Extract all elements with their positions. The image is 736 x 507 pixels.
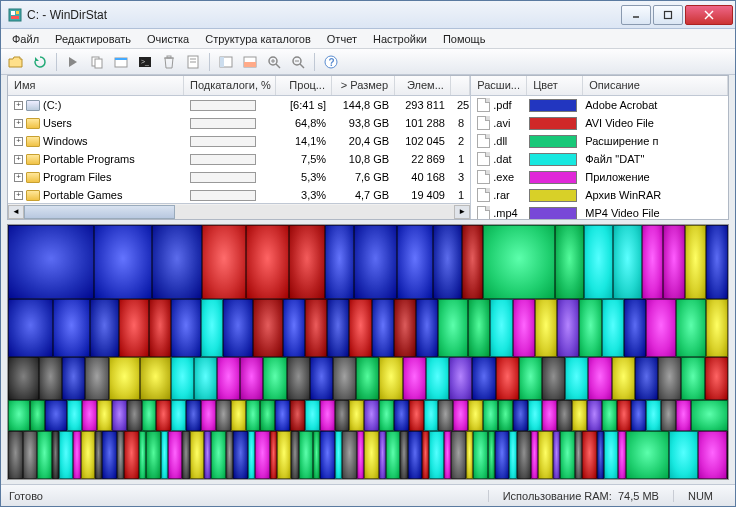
treemap-cell[interactable] [555,225,584,299]
treemap-cell[interactable] [642,225,664,299]
treemap-cell[interactable] [223,299,253,357]
treemap-cell[interactable] [658,357,681,399]
treemap-cell[interactable] [582,431,597,479]
treemap-cell[interactable] [59,431,74,479]
treemap-cell[interactable] [397,225,433,299]
treemap-cell[interactable] [676,400,691,432]
treemap-cell[interactable] [483,400,498,432]
treemap-cell[interactable] [139,431,146,479]
col-proc[interactable]: Проц... [276,76,332,95]
treemap-cell[interactable] [246,400,261,432]
delete-icon[interactable] [158,51,180,73]
treemap-cell[interactable] [327,299,349,357]
treemap-cell[interactable] [706,299,728,357]
treemap-cell[interactable] [226,431,233,479]
table-row[interactable]: .rarАрхив WinRAR [471,186,728,204]
treemap-cell[interactable] [602,299,624,357]
minimize-button[interactable] [621,5,651,25]
treemap-cell[interactable] [631,400,646,432]
treemap-cell[interactable] [557,299,579,357]
treemap-cell[interactable] [37,431,52,479]
treemap-cell[interactable] [289,225,325,299]
treemap-cell[interactable] [127,400,142,432]
treemap-cell[interactable] [320,400,335,432]
treemap-cell[interactable] [81,431,96,479]
treemap-cell[interactable] [490,299,512,357]
treemap-cell[interactable] [364,400,379,432]
treemap-cell[interactable] [283,299,305,357]
treemap-cell[interactable] [168,431,183,479]
titlebar[interactable]: C: - WinDirStat [1,1,735,29]
table-row[interactable]: .pdfAdobe Acrobat [471,96,728,114]
treemap-cell[interactable] [538,431,553,479]
treemap-cell[interactable] [519,357,542,399]
expand-icon[interactable]: + [14,155,23,164]
col-size[interactable]: > Размер [332,76,395,95]
treemap-cell[interactable] [613,225,642,299]
treemap-cell[interactable] [618,431,625,479]
treemap-cell[interactable] [186,400,201,432]
treemap-cell[interactable] [496,357,519,399]
treemap-cell[interactable] [277,431,292,479]
menu-tree[interactable]: Структура каталогов [198,31,318,47]
menu-cleanup[interactable]: Очистка [140,31,196,47]
treemap-cell[interactable] [357,431,364,479]
treemap-cell[interactable] [260,400,275,432]
treemap-cell[interactable] [528,400,543,432]
treemap-cell[interactable] [483,225,555,299]
treemap-cell[interactable] [604,431,619,479]
treemap-cell[interactable] [119,299,149,357]
treemap-cell[interactable] [661,400,676,432]
table-row[interactable]: +Windows14,1%20,4 GB102 0452 [8,132,470,150]
treemap-cell[interactable] [449,357,472,399]
maximize-button[interactable] [653,5,683,25]
treemap-cell[interactable] [112,400,127,432]
zoomout-icon[interactable] [287,51,309,73]
treemap-cell[interactable] [182,431,189,479]
treemap-cell[interactable] [52,431,59,479]
menu-settings[interactable]: Настройки [366,31,434,47]
treemap-cell[interactable] [542,357,565,399]
expand-icon[interactable]: + [14,191,23,200]
treemap-cell[interactable] [451,431,466,479]
treemap-cell[interactable] [94,225,152,299]
treemap-cell[interactable] [513,400,528,432]
treemap-cell[interactable] [453,400,468,432]
treemap-cell[interactable] [685,225,707,299]
treemap-cell[interactable] [216,400,231,432]
treemap-cell[interactable] [8,357,39,399]
expand-icon[interactable]: + [14,173,23,182]
treemap-cell[interactable] [255,431,270,479]
showtreemap-icon[interactable] [239,51,261,73]
treemap-cell[interactable] [349,299,371,357]
treemap-cell[interactable] [403,357,426,399]
treemap-cell[interactable] [290,400,305,432]
properties-icon[interactable] [182,51,204,73]
treemap-cell[interactable] [275,400,290,432]
open-icon[interactable] [5,51,27,73]
treemap-cell[interactable] [152,225,202,299]
treemap-cell[interactable] [498,400,513,432]
showtree-icon[interactable] [215,51,237,73]
treemap-cell[interactable] [553,431,560,479]
treemap-cell[interactable] [171,357,194,399]
table-row[interactable]: .datФайл "DAT" [471,150,728,168]
treemap-cell[interactable] [379,431,386,479]
treemap-cell[interactable] [379,357,402,399]
scroll-right-icon[interactable]: ► [454,205,470,219]
play-icon[interactable] [62,51,84,73]
treemap-cell[interactable] [488,431,495,479]
treemap-cell[interactable] [287,357,310,399]
treemap-cell[interactable] [270,431,277,479]
treemap-cell[interactable] [394,299,416,357]
treemap[interactable] [7,224,729,480]
treemap-cell[interactable] [39,357,62,399]
treemap-cell[interactable] [579,299,601,357]
treemap-cell[interactable] [313,431,320,479]
treemap-cell[interactable] [211,431,226,479]
treemap-cell[interactable] [646,299,676,357]
scroll-left-icon[interactable]: ◄ [8,205,24,219]
treemap-cell[interactable] [624,299,646,357]
treemap-cell[interactable] [531,431,538,479]
treemap-cell[interactable] [602,400,617,432]
